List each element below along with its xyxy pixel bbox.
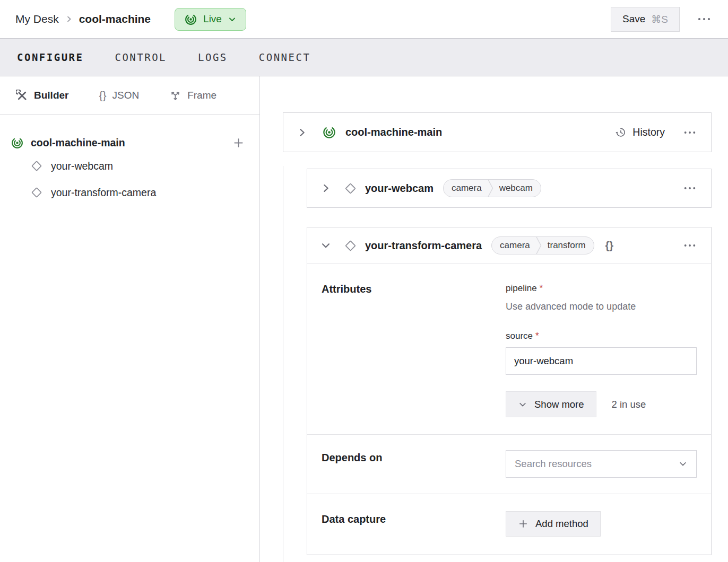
- add-method-button[interactable]: Add method: [506, 511, 601, 537]
- topbar: My Desk cool-machine Live Save ⌘S: [0, 0, 728, 38]
- component-diamond-icon: [344, 182, 357, 195]
- add-method-label: Add method: [535, 518, 588, 530]
- depends-on-select[interactable]: Search resources: [506, 450, 697, 478]
- add-resource-button[interactable]: [232, 137, 245, 149]
- breadcrumb-parent[interactable]: My Desk: [15, 13, 59, 25]
- mode-tab-label: JSON: [112, 90, 139, 101]
- part-card-cool-machine-main: cool-machine-main History: [283, 112, 712, 152]
- live-status-dropdown[interactable]: Live: [175, 8, 246, 31]
- resource-menu-button[interactable]: [680, 240, 699, 251]
- tab-configure[interactable]: CONFIGURE: [17, 51, 83, 63]
- config-sidebar: Builder {} JSON Frame: [0, 76, 260, 562]
- component-diamond-icon: [344, 239, 357, 252]
- mode-tab-builder[interactable]: Builder: [16, 90, 68, 102]
- chevron-down-icon: [678, 459, 688, 469]
- badge-divider-icon: [488, 179, 493, 197]
- mode-tab-label: Frame: [187, 90, 216, 101]
- save-label: Save: [622, 13, 645, 25]
- data-capture-section: Data capture Add method: [307, 494, 711, 555]
- resource-card-your-webcam: your-webcam camera webcam: [307, 169, 712, 208]
- source-field-label: source*: [506, 331, 697, 341]
- resource-card-title: your-transform-camera: [365, 240, 482, 252]
- builder-panel: cool-machine-main History: [260, 76, 728, 562]
- tab-connect[interactable]: CONNECT: [259, 51, 311, 63]
- component-diamond-icon: [30, 186, 43, 199]
- resource-type-badge: camera transform: [491, 236, 594, 254]
- history-label: History: [632, 126, 665, 138]
- tree-item-your-transform-camera[interactable]: your-transform-camera: [0, 179, 259, 206]
- tab-control[interactable]: CONTROL: [115, 51, 167, 63]
- resource-tree: cool-machine-main your-webcam: [0, 115, 259, 206]
- broadcast-icon: [11, 136, 24, 150]
- depends-on-heading: Depends on: [322, 450, 506, 478]
- resource-menu-button[interactable]: [680, 183, 699, 194]
- tab-logs[interactable]: LOGS: [198, 51, 228, 63]
- tree-item-machine-part[interactable]: cool-machine-main: [0, 133, 259, 153]
- data-capture-heading: Data capture: [322, 511, 506, 537]
- tree-item-label: your-transform-camera: [51, 187, 156, 199]
- show-more-label: Show more: [534, 399, 584, 410]
- badge-divider-icon: [536, 236, 542, 254]
- resource-card-your-transform-camera: your-transform-camera camera transform {…: [307, 227, 712, 555]
- frame-axes-icon: [169, 90, 181, 102]
- tools-icon: [16, 90, 28, 102]
- broadcast-icon: [322, 125, 336, 139]
- attributes-fields: pipeline* Use advanced mode to update so…: [506, 283, 697, 417]
- plus-icon: [518, 519, 528, 529]
- tree-item-label: your-webcam: [51, 160, 113, 172]
- live-label: Live: [203, 13, 222, 25]
- resource-type-badge: camera webcam: [443, 179, 541, 197]
- resource-card-title: your-webcam: [365, 182, 434, 195]
- save-shortcut: ⌘S: [651, 13, 668, 25]
- chevron-down-icon: [228, 15, 237, 24]
- breadcrumb-separator-icon: [65, 15, 73, 23]
- ellipsis-icon: [683, 186, 696, 190]
- depends-on-section: Depends on Search resources: [307, 434, 711, 494]
- attributes-section: Attributes pipeline* Use advanced mode t…: [307, 264, 711, 434]
- topbar-actions: Save ⌘S: [611, 7, 714, 32]
- ellipsis-icon: [683, 243, 696, 248]
- broadcast-icon: [184, 13, 197, 26]
- machine-config-page: My Desk cool-machine Live Save ⌘S: [0, 0, 728, 562]
- show-more-button[interactable]: Show more: [506, 391, 596, 417]
- advanced-json-toggle[interactable]: {}: [605, 240, 614, 252]
- braces-icon: {}: [99, 89, 106, 102]
- plus-icon: [232, 137, 245, 149]
- badge-api: camera: [444, 180, 488, 197]
- ellipsis-icon: [683, 130, 696, 135]
- required-marker: *: [540, 283, 543, 293]
- attributes-heading: Attributes: [322, 283, 506, 417]
- breadcrumb-current: cool-machine: [79, 13, 151, 25]
- more-options-button[interactable]: [694, 14, 714, 24]
- required-marker: *: [535, 331, 539, 341]
- mode-tab-label: Builder: [34, 90, 68, 101]
- collapse-chevron-down-icon[interactable]: [318, 238, 334, 253]
- tree-item-label: cool-machine-main: [31, 137, 125, 149]
- badge-model: webcam: [493, 180, 541, 197]
- resource-card-header: your-transform-camera camera transform {…: [307, 227, 711, 264]
- chevron-down-icon: [518, 400, 527, 409]
- part-card-title: cool-machine-main: [345, 126, 442, 138]
- pipeline-field-label: pipeline*: [506, 283, 697, 294]
- save-button[interactable]: Save ⌘S: [611, 7, 680, 32]
- badge-model: transform: [542, 237, 594, 254]
- component-diamond-icon: [30, 160, 43, 172]
- expand-chevron-right-icon[interactable]: [294, 125, 310, 140]
- sidebar-mode-tabs: Builder {} JSON Frame: [0, 76, 259, 115]
- in-use-count: 2 in use: [612, 399, 646, 410]
- depends-on-placeholder: Search resources: [515, 458, 592, 470]
- tree-item-your-webcam[interactable]: your-webcam: [0, 153, 259, 179]
- nesting-guide-line: [283, 166, 283, 562]
- history-clock-icon: [614, 126, 627, 138]
- expand-chevron-right-icon[interactable]: [318, 180, 334, 196]
- badge-api: camera: [492, 237, 536, 254]
- pipeline-note: Use advanced mode to update: [506, 301, 697, 312]
- mode-tab-frame[interactable]: Frame: [169, 90, 216, 102]
- source-input[interactable]: [506, 347, 697, 375]
- part-menu-button[interactable]: [680, 127, 699, 138]
- mode-tab-json[interactable]: {} JSON: [99, 89, 139, 102]
- history-button[interactable]: History: [614, 126, 665, 138]
- main-tabbar: CONFIGURE CONTROL LOGS CONNECT: [0, 38, 728, 76]
- ellipsis-icon: [697, 17, 711, 21]
